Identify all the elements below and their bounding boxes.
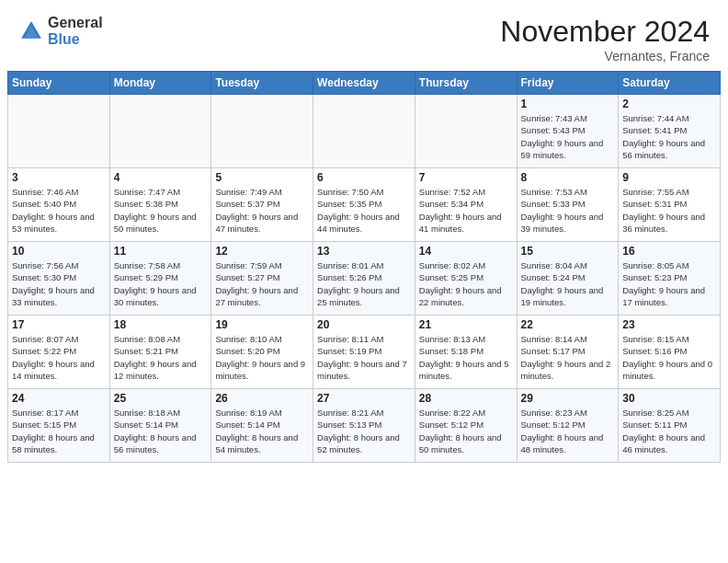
day-number: 5 — [215, 171, 309, 184]
day-number: 21 — [419, 318, 513, 331]
day-number: 2 — [622, 98, 716, 110]
title-block: November 2024 Vernantes, France — [500, 15, 710, 63]
logo-general-text: General — [48, 15, 103, 31]
day-info: Sunrise: 8:25 AM Sunset: 5:11 PM Dayligh… — [622, 407, 716, 455]
day-cell: 12Sunrise: 7:59 AM Sunset: 5:27 PM Dayli… — [211, 242, 313, 316]
day-info: Sunrise: 7:49 AM Sunset: 5:37 PM Dayligh… — [215, 186, 309, 235]
week-row-2: 10Sunrise: 7:56 AM Sunset: 5:30 PM Dayli… — [8, 242, 721, 316]
header-cell-thursday: Thursday — [415, 72, 517, 95]
day-number: 30 — [622, 392, 716, 405]
day-cell: 13Sunrise: 8:01 AM Sunset: 5:26 PM Dayli… — [313, 242, 415, 316]
day-cell: 2Sunrise: 7:44 AM Sunset: 5:41 PM Daylig… — [619, 95, 721, 168]
day-number: 6 — [317, 171, 411, 184]
day-info: Sunrise: 8:05 AM Sunset: 5:23 PM Dayligh… — [622, 259, 716, 308]
header-cell-saturday: Saturday — [619, 72, 721, 95]
day-info: Sunrise: 7:58 AM Sunset: 5:29 PM Dayligh… — [114, 259, 208, 308]
day-cell: 10Sunrise: 7:56 AM Sunset: 5:30 PM Dayli… — [8, 242, 110, 316]
header-cell-wednesday: Wednesday — [313, 72, 415, 95]
day-info: Sunrise: 8:18 AM Sunset: 5:14 PM Dayligh… — [114, 407, 208, 455]
week-row-3: 17Sunrise: 8:07 AM Sunset: 5:22 PM Dayli… — [8, 316, 721, 389]
header-cell-friday: Friday — [517, 72, 619, 95]
calendar-table: SundayMondayTuesdayWednesdayThursdayFrid… — [7, 71, 721, 463]
day-number: 23 — [622, 318, 716, 331]
day-cell: 19Sunrise: 8:10 AM Sunset: 5:20 PM Dayli… — [211, 316, 313, 389]
day-number: 14 — [419, 245, 513, 258]
day-info: Sunrise: 8:07 AM Sunset: 5:22 PM Dayligh… — [12, 333, 106, 382]
day-info: Sunrise: 7:44 AM Sunset: 5:41 PM Dayligh… — [622, 112, 716, 161]
day-cell: 9Sunrise: 7:55 AM Sunset: 5:31 PM Daylig… — [619, 168, 721, 242]
day-info: Sunrise: 8:15 AM Sunset: 5:16 PM Dayligh… — [622, 333, 716, 382]
location-subtitle: Vernantes, France — [500, 49, 710, 63]
day-cell: 28Sunrise: 8:22 AM Sunset: 5:12 PM Dayli… — [415, 389, 517, 463]
day-number: 18 — [114, 318, 208, 331]
day-number: 13 — [317, 245, 411, 258]
day-number: 24 — [12, 392, 106, 405]
day-cell: 25Sunrise: 8:18 AM Sunset: 5:14 PM Dayli… — [109, 389, 211, 463]
week-row-4: 24Sunrise: 8:17 AM Sunset: 5:15 PM Dayli… — [8, 389, 721, 463]
day-cell — [211, 95, 313, 168]
week-row-0: 1Sunrise: 7:43 AM Sunset: 5:43 PM Daylig… — [8, 95, 721, 168]
day-info: Sunrise: 7:50 AM Sunset: 5:35 PM Dayligh… — [317, 186, 411, 235]
day-number: 4 — [114, 171, 208, 184]
day-cell: 18Sunrise: 8:08 AM Sunset: 5:21 PM Dayli… — [109, 316, 211, 389]
day-info: Sunrise: 8:01 AM Sunset: 5:26 PM Dayligh… — [317, 259, 411, 308]
day-cell: 27Sunrise: 8:21 AM Sunset: 5:13 PM Dayli… — [313, 389, 415, 463]
header-row: SundayMondayTuesdayWednesdayThursdayFrid… — [8, 72, 721, 95]
day-info: Sunrise: 7:46 AM Sunset: 5:40 PM Dayligh… — [12, 186, 106, 235]
day-number: 3 — [12, 171, 106, 184]
day-info: Sunrise: 8:08 AM Sunset: 5:21 PM Dayligh… — [114, 333, 208, 382]
page-header: General Blue November 2024 Vernantes, Fr… — [0, 0, 728, 71]
day-cell — [415, 95, 517, 168]
day-cell: 7Sunrise: 7:52 AM Sunset: 5:34 PM Daylig… — [415, 168, 517, 242]
day-info: Sunrise: 8:13 AM Sunset: 5:18 PM Dayligh… — [419, 333, 513, 382]
calendar-container: SundayMondayTuesdayWednesdayThursdayFrid… — [0, 71, 728, 470]
day-info: Sunrise: 8:17 AM Sunset: 5:15 PM Dayligh… — [12, 407, 106, 455]
calendar-body: 1Sunrise: 7:43 AM Sunset: 5:43 PM Daylig… — [8, 95, 721, 463]
day-cell: 11Sunrise: 7:58 AM Sunset: 5:29 PM Dayli… — [109, 242, 211, 316]
day-cell: 17Sunrise: 8:07 AM Sunset: 5:22 PM Dayli… — [8, 316, 110, 389]
day-cell: 21Sunrise: 8:13 AM Sunset: 5:18 PM Dayli… — [415, 316, 517, 389]
day-number: 16 — [622, 245, 716, 258]
day-number: 11 — [114, 245, 208, 258]
day-number: 22 — [521, 318, 615, 331]
day-cell: 22Sunrise: 8:14 AM Sunset: 5:17 PM Dayli… — [517, 316, 619, 389]
day-info: Sunrise: 8:11 AM Sunset: 5:19 PM Dayligh… — [317, 333, 411, 382]
day-number: 27 — [317, 392, 411, 405]
day-cell: 16Sunrise: 8:05 AM Sunset: 5:23 PM Dayli… — [619, 242, 721, 316]
day-cell — [109, 95, 211, 168]
day-number: 7 — [419, 171, 513, 184]
day-cell — [313, 95, 415, 168]
day-cell: 26Sunrise: 8:19 AM Sunset: 5:14 PM Dayli… — [211, 389, 313, 463]
day-cell: 5Sunrise: 7:49 AM Sunset: 5:37 PM Daylig… — [211, 168, 313, 242]
day-cell: 20Sunrise: 8:11 AM Sunset: 5:19 PM Dayli… — [313, 316, 415, 389]
day-info: Sunrise: 8:04 AM Sunset: 5:24 PM Dayligh… — [521, 259, 615, 308]
day-info: Sunrise: 7:56 AM Sunset: 5:30 PM Dayligh… — [12, 259, 106, 308]
day-info: Sunrise: 8:19 AM Sunset: 5:14 PM Dayligh… — [215, 407, 309, 455]
header-cell-sunday: Sunday — [8, 72, 110, 95]
header-cell-monday: Monday — [109, 72, 211, 95]
day-info: Sunrise: 7:43 AM Sunset: 5:43 PM Dayligh… — [521, 112, 615, 161]
day-info: Sunrise: 7:55 AM Sunset: 5:31 PM Dayligh… — [622, 186, 716, 235]
day-number: 25 — [114, 392, 208, 405]
day-number: 28 — [419, 392, 513, 405]
day-number: 15 — [521, 245, 615, 258]
day-cell: 30Sunrise: 8:25 AM Sunset: 5:11 PM Dayli… — [619, 389, 721, 463]
calendar-header: SundayMondayTuesdayWednesdayThursdayFrid… — [8, 72, 721, 95]
day-number: 19 — [215, 318, 309, 331]
day-info: Sunrise: 8:14 AM Sunset: 5:17 PM Dayligh… — [521, 333, 615, 382]
day-info: Sunrise: 8:10 AM Sunset: 5:20 PM Dayligh… — [215, 333, 309, 382]
day-cell: 1Sunrise: 7:43 AM Sunset: 5:43 PM Daylig… — [517, 95, 619, 168]
day-cell: 24Sunrise: 8:17 AM Sunset: 5:15 PM Dayli… — [8, 389, 110, 463]
day-cell: 8Sunrise: 7:53 AM Sunset: 5:33 PM Daylig… — [517, 168, 619, 242]
day-info: Sunrise: 7:53 AM Sunset: 5:33 PM Dayligh… — [521, 186, 615, 235]
day-info: Sunrise: 8:02 AM Sunset: 5:25 PM Dayligh… — [419, 259, 513, 308]
day-number: 26 — [215, 392, 309, 405]
header-cell-tuesday: Tuesday — [211, 72, 313, 95]
logo-text: General Blue — [48, 15, 103, 47]
day-cell — [8, 95, 110, 168]
logo-blue-text: Blue — [48, 31, 103, 48]
day-number: 9 — [622, 171, 716, 184]
logo: General Blue — [18, 15, 103, 47]
day-cell: 14Sunrise: 8:02 AM Sunset: 5:25 PM Dayli… — [415, 242, 517, 316]
day-cell: 23Sunrise: 8:15 AM Sunset: 5:16 PM Dayli… — [619, 316, 721, 389]
